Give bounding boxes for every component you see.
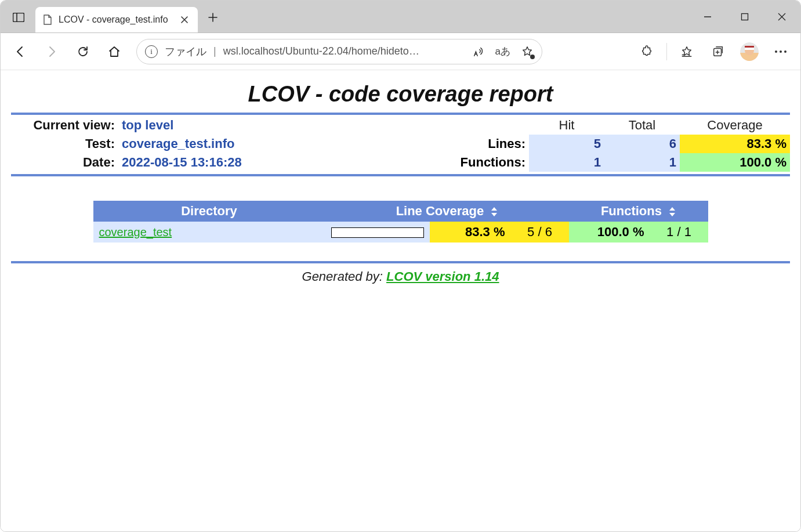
browser-window: LCOV - coverage_test.info i ファイル | wsl.l… bbox=[0, 0, 801, 532]
refresh-button[interactable] bbox=[69, 38, 97, 66]
tab-actions-button[interactable] bbox=[5, 6, 32, 29]
extensions-button[interactable] bbox=[633, 38, 661, 66]
address-scheme-label: ファイル bbox=[165, 45, 206, 59]
line-pct: 83.3 % bbox=[430, 222, 511, 243]
page-content: LCOV - code coverage report Current view… bbox=[1, 70, 800, 531]
functions-label: Functions: bbox=[343, 153, 529, 172]
toolbar-divider bbox=[666, 43, 667, 60]
coverage-bar bbox=[331, 227, 424, 238]
profile-button[interactable] bbox=[735, 38, 763, 66]
func-pct: 100.0 % bbox=[569, 222, 650, 243]
sort-icon bbox=[491, 207, 498, 216]
test-value: coverage_test.info bbox=[118, 135, 343, 153]
lcov-version-link[interactable]: LCOV version 1.14 bbox=[386, 269, 499, 284]
ruler-top bbox=[11, 113, 790, 115]
favorite-icon[interactable] bbox=[521, 45, 534, 58]
address-bar[interactable]: i ファイル | wsl.localhost/Ubuntu-22.04/home… bbox=[136, 39, 542, 64]
favorites-button[interactable] bbox=[673, 38, 701, 66]
line-ratio: 5 / 6 bbox=[511, 222, 569, 243]
generated-by: Generated by: LCOV version 1.14 bbox=[11, 269, 790, 284]
translate-button[interactable]: aあ bbox=[495, 45, 510, 58]
funcs-hit: 1 bbox=[529, 153, 604, 172]
toolbar: i ファイル | wsl.localhost/Ubuntu-22.04/home… bbox=[1, 33, 800, 70]
address-separator: | bbox=[213, 45, 216, 57]
current-view-value[interactable]: top level bbox=[118, 116, 343, 135]
svg-rect-0 bbox=[13, 13, 24, 22]
settings-menu-button[interactable] bbox=[767, 38, 795, 66]
test-label: Test: bbox=[11, 135, 118, 153]
directory-link[interactable]: coverage_test bbox=[99, 226, 172, 238]
file-icon bbox=[42, 15, 53, 25]
lines-hit: 5 bbox=[529, 135, 604, 153]
col-hit-label: Hit bbox=[529, 116, 604, 135]
ruler-mid bbox=[11, 174, 790, 176]
svg-rect-3 bbox=[742, 14, 748, 20]
read-aloud-icon[interactable] bbox=[472, 45, 485, 58]
col-functions[interactable]: Functions bbox=[569, 201, 708, 222]
avatar bbox=[740, 42, 759, 61]
svg-point-13 bbox=[780, 50, 782, 53]
func-ratio: 1 / 1 bbox=[650, 222, 708, 243]
sort-icon bbox=[669, 207, 676, 216]
current-view-label: Current view: bbox=[11, 116, 118, 135]
svg-point-14 bbox=[784, 50, 786, 53]
svg-point-12 bbox=[775, 50, 777, 53]
new-tab-button[interactable] bbox=[201, 6, 224, 29]
window-maximize-button[interactable] bbox=[726, 1, 763, 33]
col-total-label: Total bbox=[604, 116, 680, 135]
address-url: wsl.localhost/Ubuntu-22.04/home/hideto… bbox=[223, 45, 461, 57]
lines-pct: 83.3 % bbox=[680, 135, 790, 153]
collections-button[interactable] bbox=[704, 38, 732, 66]
lines-total: 6 bbox=[604, 135, 680, 153]
tab-active[interactable]: LCOV - coverage_test.info bbox=[35, 7, 198, 32]
funcs-pct: 100.0 % bbox=[680, 153, 790, 172]
coverage-table: Directory Line Coverage Functions covera bbox=[93, 201, 708, 243]
window-close-button[interactable] bbox=[763, 1, 800, 33]
summary-header-table: Current view: top level Hit Total Covera… bbox=[11, 116, 790, 172]
lines-label: Lines: bbox=[343, 135, 529, 153]
home-button[interactable] bbox=[100, 38, 128, 66]
col-coverage-label: Coverage bbox=[680, 116, 790, 135]
tab-bar: LCOV - coverage_test.info bbox=[1, 1, 800, 33]
back-button[interactable] bbox=[6, 38, 34, 66]
date-value: 2022-08-15 13:16:28 bbox=[118, 153, 343, 172]
window-minimize-button[interactable] bbox=[689, 1, 726, 33]
col-directory[interactable]: Directory bbox=[93, 201, 325, 222]
forward-button[interactable] bbox=[38, 38, 66, 66]
col-line-coverage[interactable]: Line Coverage bbox=[325, 201, 569, 222]
tab-title: LCOV - coverage_test.info bbox=[59, 15, 168, 25]
tab-close-button[interactable] bbox=[178, 13, 191, 26]
funcs-total: 1 bbox=[604, 153, 680, 172]
date-label: Date: bbox=[11, 153, 118, 172]
svg-rect-11 bbox=[745, 46, 754, 48]
coverage-bar-cell bbox=[325, 222, 430, 243]
ruler-bottom bbox=[11, 261, 790, 263]
table-row: coverage_test83.3 %5 / 6100.0 %1 / 1 bbox=[93, 222, 708, 243]
generated-by-prefix: Generated by: bbox=[302, 269, 387, 284]
site-info-icon[interactable]: i bbox=[145, 45, 158, 58]
report-title: LCOV - code coverage report bbox=[11, 82, 790, 107]
window-controls bbox=[689, 1, 800, 33]
